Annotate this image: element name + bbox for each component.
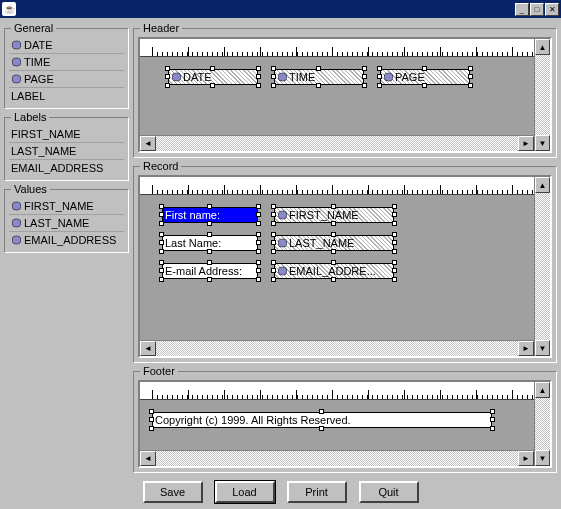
design-field[interactable]: Copyright (c) 1999. All Rights Reserved. [152, 412, 492, 428]
section-header: DATETIMEPAGE ◄► ▲▼ [133, 28, 557, 158]
sidebar-item-time[interactable]: TIME [9, 54, 124, 71]
sidebar-value-email[interactable]: EMAIL_ADDRESS [9, 232, 124, 248]
button-row: Save Load Print Quit [4, 473, 557, 507]
load-button[interactable]: Load [215, 481, 275, 503]
sidebar-item-page[interactable]: PAGE [9, 71, 124, 88]
db-icon [277, 72, 288, 83]
group-labels: FIRST_NAME LAST_NAME EMAIL_ADDRESS [4, 117, 129, 181]
design-field[interactable]: FIRST_NAME [274, 207, 394, 223]
scroll-left-icon[interactable]: ◄ [140, 341, 156, 356]
maximize-button[interactable]: □ [530, 3, 544, 16]
sidebar: DATE TIME PAGE LABEL FIRST_NAME LAST_NAM… [4, 22, 129, 473]
db-icon [11, 235, 22, 246]
scrollbar-h[interactable]: ◄► [140, 135, 534, 151]
db-icon [171, 72, 182, 83]
quit-button[interactable]: Quit [359, 481, 419, 503]
field-label: DATE [183, 71, 212, 83]
java-icon: ☕ [2, 2, 16, 16]
scroll-right-icon[interactable]: ► [518, 136, 534, 151]
minimize-button[interactable]: _ [515, 3, 529, 16]
design-field[interactable]: LAST_NAME [274, 235, 394, 251]
group-general: DATE TIME PAGE LABEL [4, 28, 129, 109]
sidebar-item-date[interactable]: DATE [9, 37, 124, 54]
sidebar-label-email[interactable]: EMAIL_ADDRESS [9, 160, 124, 176]
footer-canvas[interactable]: Copyright (c) 1999. All Rights Reserved. [140, 400, 534, 450]
field-label: FIRST_NAME [289, 209, 359, 221]
sidebar-value-firstname[interactable]: FIRST_NAME [9, 198, 124, 215]
db-icon [11, 57, 22, 68]
scroll-down-icon[interactable]: ▼ [535, 340, 550, 356]
db-icon [277, 238, 288, 249]
scroll-left-icon[interactable]: ◄ [140, 451, 156, 466]
scrollbar-v[interactable]: ▲▼ [534, 39, 550, 151]
scroll-up-icon[interactable]: ▲ [535, 39, 550, 55]
field-label: TIME [289, 71, 315, 83]
field-label: EMAIL_ADDRE... [289, 265, 376, 277]
scroll-down-icon[interactable]: ▼ [535, 450, 550, 466]
design-field[interactable]: First name: [162, 207, 258, 223]
ruler [140, 39, 534, 57]
record-canvas[interactable]: First name:FIRST_NAMELast Name:LAST_NAME… [140, 195, 534, 340]
scrollbar-v[interactable]: ▲▼ [534, 382, 550, 466]
sidebar-label-firstname[interactable]: FIRST_NAME [9, 126, 124, 143]
db-icon [383, 72, 394, 83]
design-field[interactable]: E-mail Address: [162, 263, 258, 279]
scroll-up-icon[interactable]: ▲ [535, 382, 550, 398]
header-canvas[interactable]: DATETIMEPAGE [140, 57, 534, 135]
field-label: PAGE [395, 71, 425, 83]
db-icon [277, 210, 288, 221]
scroll-down-icon[interactable]: ▼ [535, 135, 550, 151]
section-record: First name:FIRST_NAMELast Name:LAST_NAME… [133, 166, 557, 363]
db-icon [11, 74, 22, 85]
section-footer: Copyright (c) 1999. All Rights Reserved.… [133, 371, 557, 473]
design-field[interactable]: EMAIL_ADDRE... [274, 263, 394, 279]
design-field[interactable]: DATE [168, 69, 258, 85]
scrollbar-v[interactable]: ▲▼ [534, 177, 550, 356]
field-label: First name: [165, 209, 220, 221]
db-icon [11, 40, 22, 51]
print-button[interactable]: Print [287, 481, 347, 503]
design-field[interactable]: Last Name: [162, 235, 258, 251]
db-icon [11, 218, 22, 229]
sidebar-value-lastname[interactable]: LAST_NAME [9, 215, 124, 232]
group-values: FIRST_NAME LAST_NAME EMAIL_ADDRESS [4, 189, 129, 253]
ruler [140, 177, 534, 195]
design-field[interactable]: TIME [274, 69, 364, 85]
field-label: LAST_NAME [289, 237, 354, 249]
ruler [140, 382, 534, 400]
scroll-up-icon[interactable]: ▲ [535, 177, 550, 193]
titlebar[interactable]: ☕ _ □ ✕ [0, 0, 561, 18]
db-icon [277, 266, 288, 277]
scrollbar-h[interactable]: ◄► [140, 450, 534, 466]
scrollbar-h[interactable]: ◄► [140, 340, 534, 356]
save-button[interactable]: Save [143, 481, 203, 503]
scroll-right-icon[interactable]: ► [518, 341, 534, 356]
scroll-left-icon[interactable]: ◄ [140, 136, 156, 151]
sidebar-label-lastname[interactable]: LAST_NAME [9, 143, 124, 160]
db-icon [11, 201, 22, 212]
sidebar-item-label[interactable]: LABEL [9, 88, 124, 104]
field-label: E-mail Address: [165, 265, 242, 277]
field-label: Last Name: [165, 237, 221, 249]
field-label: Copyright (c) 1999. All Rights Reserved. [155, 414, 351, 426]
design-field[interactable]: PAGE [380, 69, 470, 85]
close-button[interactable]: ✕ [545, 3, 559, 16]
scroll-right-icon[interactable]: ► [518, 451, 534, 466]
